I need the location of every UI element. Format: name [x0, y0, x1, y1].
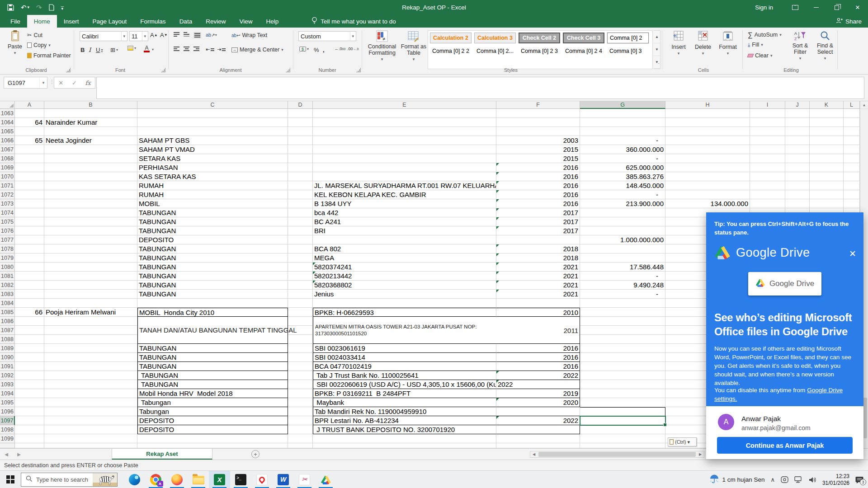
cell-G1068[interactable]: -: [580, 154, 665, 163]
cell-K1073[interactable]: [810, 199, 844, 208]
cell-B1086[interactable]: [44, 317, 137, 326]
cell-K1069[interactable]: [810, 163, 844, 172]
cell-A1090[interactable]: [15, 353, 44, 362]
cell-E1063[interactable]: [313, 109, 496, 118]
row-header-1086[interactable]: 1086: [0, 317, 15, 326]
cell-G1069[interactable]: 625.000.000: [580, 163, 665, 172]
continue-button[interactable]: Continue as Anwar Pajak: [717, 437, 853, 454]
align-top-icon[interactable]: [174, 32, 179, 37]
row-header-1091[interactable]: 1091: [0, 362, 15, 371]
comma-style-icon[interactable]: ,: [323, 47, 325, 53]
cell-B1094[interactable]: [44, 389, 137, 398]
borders-button[interactable]: ⊞▾: [110, 47, 118, 53]
cell-E1080[interactable]: 5820374241: [313, 263, 496, 272]
col-header-E[interactable]: E: [313, 101, 496, 109]
cell-D1096[interactable]: [288, 407, 313, 416]
row-header-1064[interactable]: 1064: [0, 118, 15, 127]
cell-B1080[interactable]: [44, 263, 137, 272]
cell-D1068[interactable]: [288, 154, 313, 163]
tab-file[interactable]: File: [4, 15, 27, 28]
row-header-1089[interactable]: 1089: [0, 344, 15, 353]
cell-F1098[interactable]: [496, 425, 580, 434]
cell-C1064[interactable]: [137, 118, 288, 127]
cell-A1087[interactable]: [15, 326, 44, 335]
row-header-1069[interactable]: 1069: [0, 163, 15, 172]
cell-C1071[interactable]: RUMAH: [137, 181, 288, 190]
cell-I1067[interactable]: [750, 145, 785, 154]
tray-expand-icon[interactable]: ∧: [770, 476, 775, 483]
cell-G1091[interactable]: [580, 362, 665, 371]
search-input[interactable]: Type here to search: [21, 473, 118, 487]
cell-G1095[interactable]: [580, 398, 665, 407]
cell-A1085[interactable]: 66: [15, 308, 44, 317]
col-header-F[interactable]: F: [496, 101, 580, 109]
cell-E1094[interactable]: BPKB: P 03169211 B 2484PFT: [313, 389, 496, 398]
align-bottom-icon[interactable]: [193, 32, 201, 38]
cell-J1066[interactable]: [785, 136, 810, 145]
cell-B1097[interactable]: [44, 416, 137, 425]
cell-F1063[interactable]: [496, 109, 580, 118]
cell-E1077[interactable]: [313, 235, 496, 244]
cell-F1064[interactable]: [496, 118, 580, 127]
cell-H1066[interactable]: [665, 136, 750, 145]
cell-E1071[interactable]: JL. MARSEKAL SURYADHARMA RT.001 RW.07 KE…: [313, 181, 496, 190]
row-header-1071[interactable]: 1071: [0, 181, 15, 190]
cell-H1068[interactable]: [665, 154, 750, 163]
cell-B1075[interactable]: [44, 217, 137, 226]
name-box[interactable]: G1097▼: [4, 77, 47, 89]
cell-G1064[interactable]: [580, 118, 665, 127]
cell-E1075[interactable]: BC A241: [313, 217, 496, 226]
increase-indent-icon[interactable]: ⇥: [217, 47, 226, 52]
cell-H1069[interactable]: [665, 163, 750, 172]
format-as-table-button[interactable]: Format as Table▾: [401, 30, 427, 62]
style-comma-0-2-4[interactable]: Comma [0] 2 4: [563, 46, 604, 56]
clipboard-dialog-launcher[interactable]: [66, 68, 71, 72]
select-all-corner[interactable]: [0, 101, 15, 109]
cell-E1091[interactable]: BCA 04770102419: [313, 362, 496, 371]
cell-D1071[interactable]: [288, 181, 313, 190]
number-format-combo[interactable]: Custom▾: [298, 31, 356, 41]
clear-button[interactable]: Clear▾: [748, 52, 772, 59]
row-header-1099[interactable]: 1099: [0, 434, 15, 443]
cell-A1068[interactable]: [15, 154, 44, 163]
cell-H1071[interactable]: [665, 181, 750, 190]
merge-center-button[interactable]: ↔Merge & Center▾: [231, 47, 283, 53]
row-header-1065[interactable]: 1065: [0, 127, 15, 136]
cell-B1074[interactable]: [44, 208, 137, 217]
cell-G1075[interactable]: [580, 217, 665, 226]
cell-H1073[interactable]: 134.000.000: [665, 199, 750, 208]
row-header-1095[interactable]: 1095: [0, 398, 15, 407]
cell-A1076[interactable]: [15, 226, 44, 235]
cell-A1063[interactable]: [15, 109, 44, 118]
row-header-1076[interactable]: 1076: [0, 226, 15, 235]
font-name-combo[interactable]: Calibri▾: [80, 31, 127, 41]
taskbar-drive-icon[interactable]: [315, 471, 336, 488]
cell-A1094[interactable]: [15, 389, 44, 398]
tab-home[interactable]: Home: [27, 15, 57, 28]
cell-B1077[interactable]: [44, 235, 137, 244]
style-comma-0-2-3[interactable]: Comma [0] 2 3: [519, 46, 560, 56]
customize-qat-icon[interactable]: ─▾: [61, 5, 64, 10]
save-icon[interactable]: [7, 4, 14, 11]
cell-K1072[interactable]: [810, 190, 844, 199]
cell-L1065[interactable]: [844, 127, 860, 136]
cell-G1087[interactable]: [580, 326, 665, 335]
cell-G1067[interactable]: 360.000.000: [580, 145, 665, 154]
cell-B1096[interactable]: [44, 407, 137, 416]
cell-E1097[interactable]: BPR Lestari No. AB-412234: [313, 416, 496, 425]
cell-F1078[interactable]: 2018: [496, 244, 580, 253]
cell-J1069[interactable]: [785, 163, 810, 172]
cell-A1066[interactable]: 65: [15, 136, 44, 145]
cell-E1067[interactable]: [313, 145, 496, 154]
row-header-1068[interactable]: 1068: [0, 154, 15, 163]
cell-L1063[interactable]: [844, 109, 860, 118]
style-comma-0-3[interactable]: Comma [0] 3: [607, 46, 649, 56]
cell-I1070[interactable]: [750, 172, 785, 181]
cell-B1079[interactable]: [44, 253, 137, 263]
cell-G1090[interactable]: [580, 353, 665, 362]
cell-A1086[interactable]: [15, 317, 44, 326]
col-header-J[interactable]: J: [785, 101, 810, 109]
meet-now-icon[interactable]: [781, 476, 788, 483]
cell-A1071[interactable]: [15, 181, 44, 190]
cell-C1090[interactable]: TABUNGAN: [137, 353, 288, 362]
